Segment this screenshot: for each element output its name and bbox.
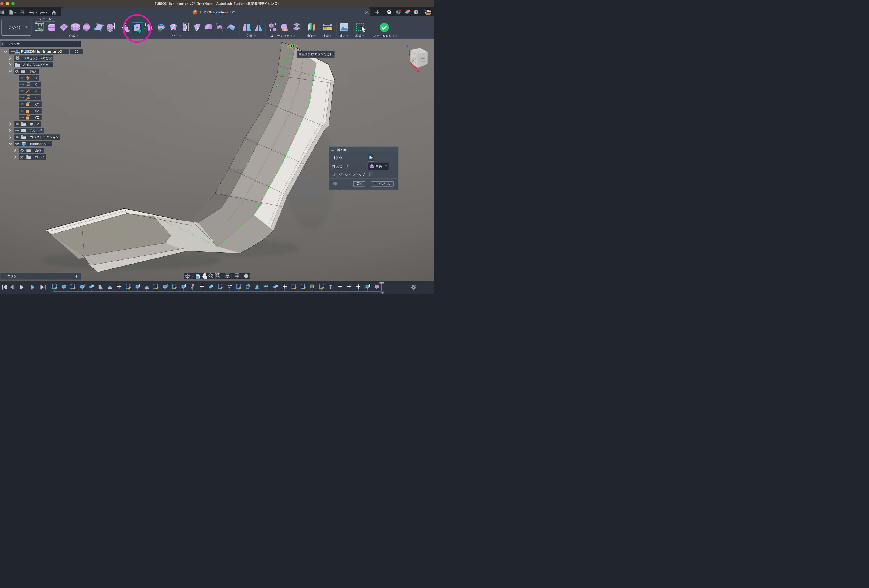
svg-text:XY: XY [34, 102, 40, 107]
svg-text:FUISON for Interior v2: FUISON for Interior v2 [21, 49, 62, 54]
svg-text:Z: Z [406, 44, 409, 48]
svg-text:OK: OK [357, 182, 362, 186]
svg-text:FUISON for Interior v2*: FUISON for Interior v2* [200, 10, 234, 14]
svg-text:X: X [417, 69, 420, 73]
svg-text:manekin v1:1: manekin v1:1 [30, 142, 51, 146]
svg-text:XZ: XZ [34, 109, 39, 113]
svg-text:?: ? [415, 10, 417, 14]
svg-text:Z: Z [34, 96, 37, 100]
svg-text:Y: Y [34, 89, 37, 93]
svg-text:i: i [335, 182, 335, 185]
svg-text:X: X [34, 83, 37, 87]
svg-text:O: O [34, 76, 37, 80]
svg-text:YZ: YZ [34, 116, 39, 120]
